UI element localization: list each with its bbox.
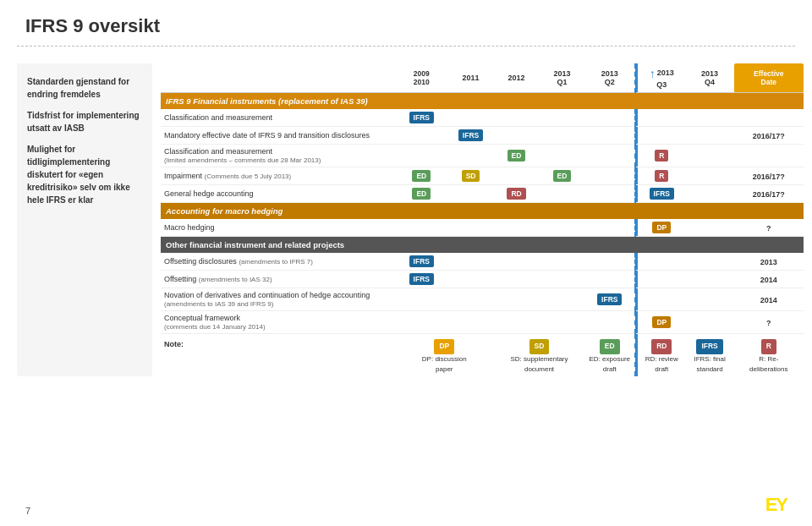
row-offsetting-disc-q2 <box>585 253 636 271</box>
badge-dp-2: DP <box>652 316 671 328</box>
row-classification-2012 <box>494 109 540 127</box>
row-novation-2012 <box>494 288 540 311</box>
row-macro-desc: Macro hedging <box>161 219 395 237</box>
row-offsetting-disc: Offsetting disclosures (amendments to IF… <box>161 253 804 271</box>
row-class-limited-2012: ED <box>494 145 540 167</box>
row-class-limited-2011 <box>448 145 494 167</box>
badge-ed-2: ED <box>412 170 431 182</box>
row-classification-q1 <box>540 109 585 127</box>
row-impairment-q2 <box>585 167 636 185</box>
note-rd: RD RD: reviewdraft <box>638 334 686 376</box>
row-macro-q4 <box>686 219 734 237</box>
note-label-cell: Note: <box>161 334 395 376</box>
row-mandatory-q3 <box>638 127 686 145</box>
section-macro: Accounting for macro hedging <box>161 203 804 220</box>
col-2013-q2: 2013Q2 <box>585 63 636 93</box>
row-novation-2011 <box>448 288 494 311</box>
row-classification-q3 <box>638 109 686 127</box>
left-item-2: Tidsfrist for implementering utsatt av I… <box>27 109 142 134</box>
right-panel: 20092010 2011 2012 2013Q1 2013Q2 ↑2013Q3… <box>161 63 804 376</box>
row-class-limited-q2 <box>585 145 636 167</box>
badge-ifrs-5: IFRS <box>409 273 434 285</box>
row-macro-q2 <box>585 219 636 237</box>
row-impairment-eff: 2016/17? <box>734 167 804 185</box>
row-impairment-desc: Impairment (Comments due 5 July 2013) <box>161 167 395 185</box>
col-desc <box>161 63 395 93</box>
row-hedge: General hedge accounting ED RD IFRS 2016… <box>161 185 804 203</box>
badge-r-2: R <box>655 170 668 182</box>
row-conceptual-2012 <box>494 311 540 334</box>
row-conceptual-q2 <box>585 311 636 334</box>
note-ifrs: IFRS IFRS: finalstandard <box>686 334 734 376</box>
badge-ifrs-3: IFRS <box>650 188 674 200</box>
row-classification-eff <box>734 109 804 127</box>
row-macro-q3: DP <box>638 219 686 237</box>
row-mandatory-desc: Mandatory effective date of IFRS 9 and t… <box>161 127 395 145</box>
row-offsetting-disc-2011 <box>448 253 494 271</box>
row-offsetting-q2 <box>585 271 636 288</box>
row-conceptual-2009 <box>395 311 448 334</box>
header-row: 20092010 2011 2012 2013Q1 2013Q2 ↑2013Q3… <box>161 63 804 93</box>
row-offsetting-2011 <box>448 271 494 288</box>
section-ifrs9-label: IFRS 9 Financial instruments (replacemen… <box>161 93 804 110</box>
row-classification-2009: IFRS <box>395 109 448 127</box>
arrow-icon: ↑ <box>650 67 656 80</box>
row-novation-q1 <box>540 288 585 311</box>
badge-rd-1: RD <box>507 188 525 200</box>
row-class-limited-desc: Classification and measurement (limited … <box>161 145 395 167</box>
row-hedge-2009: ED <box>395 185 448 203</box>
row-conceptual-q4 <box>686 311 734 334</box>
row-offsetting-desc: Offsetting (amendments to IAS 32) <box>161 271 395 288</box>
row-hedge-q2 <box>585 185 636 203</box>
row-conceptual-2011 <box>448 311 494 334</box>
left-panel: Standarden gjenstand for endring fremdel… <box>17 63 152 376</box>
badge-sd-note: SD <box>529 339 550 354</box>
row-impairment-q1: ED <box>540 167 585 185</box>
row-hedge-2012: RD <box>494 185 540 203</box>
row-class-limited-q1 <box>540 145 585 167</box>
row-mandatory-q1 <box>540 127 585 145</box>
row-mandatory-q4 <box>686 127 734 145</box>
row-offsetting-2009: IFRS <box>395 271 448 288</box>
row-hedge-desc: General hedge accounting <box>161 185 395 203</box>
row-offsetting-disc-2009: IFRS <box>395 253 448 271</box>
row-novation-q2: IFRS <box>585 288 636 311</box>
note-ed: ED ED: exposuredraft <box>585 334 636 376</box>
badge-dp-1: DP <box>652 222 671 233</box>
row-hedge-q4 <box>686 185 734 203</box>
row-mandatory-eff: 2016/17? <box>734 127 804 145</box>
row-class-limited: Classification and measurement (limited … <box>161 145 804 167</box>
row-novation-2009 <box>395 288 448 311</box>
badge-ifrs-4: IFRS <box>409 255 434 267</box>
row-offsetting-q1 <box>540 271 585 288</box>
row-mandatory-q2 <box>585 127 636 145</box>
row-class-limited-q3: R <box>638 145 686 167</box>
row-classification-desc: Classification and measurement <box>161 109 395 127</box>
row-conceptual: Conceptual framework(comments due 14 Jan… <box>161 311 804 334</box>
badge-ifrs-6: IFRS <box>597 293 622 305</box>
row-offsetting-disc-q3 <box>638 253 686 271</box>
left-item-1: Standarden gjenstand for endring fremdel… <box>27 75 142 101</box>
row-offsetting-2012 <box>494 271 540 288</box>
ey-logo: EY <box>765 494 787 516</box>
badge-rd-note: RD <box>651 339 672 354</box>
row-macro: Macro hedging DP ? <box>161 219 804 237</box>
page-number: 7 <box>25 506 30 516</box>
row-impairment-2011: SD <box>448 167 494 185</box>
row-class-limited-q4 <box>686 145 734 167</box>
col-2013-q3: ↑2013Q3 <box>638 63 686 93</box>
col-2013-q4: 2013Q4 <box>686 63 734 93</box>
badge-ed-3: ED <box>553 170 572 182</box>
row-offsetting-disc-eff: 2013 <box>734 253 804 271</box>
badge-r-1: R <box>655 150 668 162</box>
badge-ifrs-note: IFRS <box>696 339 722 354</box>
row-hedge-2011 <box>448 185 494 203</box>
col-2013-q1: 2013Q1 <box>540 63 585 93</box>
row-conceptual-q3: DP <box>638 311 686 334</box>
row-macro-2011 <box>448 219 494 237</box>
row-offsetting: Offsetting (amendments to IAS 32) IFRS 2… <box>161 271 804 288</box>
row-macro-q1 <box>540 219 585 237</box>
divider <box>17 46 795 47</box>
badge-ed-1: ED <box>508 150 526 162</box>
row-conceptual-desc: Conceptual framework(comments due 14 Jan… <box>161 311 395 334</box>
